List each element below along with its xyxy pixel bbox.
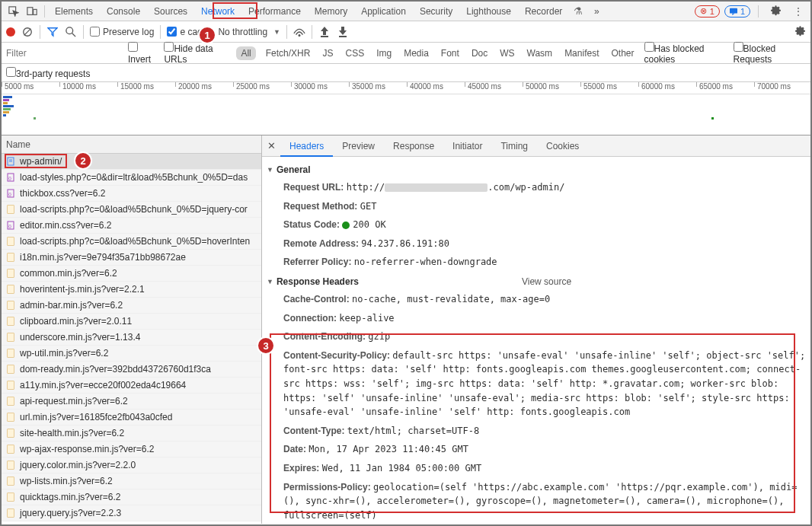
request-row[interactable]: wp-lists.min.js?ver=6.2 xyxy=(2,473,261,489)
devtools-tab-elements[interactable]: Elements xyxy=(48,2,100,21)
network-settings-gear-icon[interactable] xyxy=(794,26,806,38)
filter-type-js[interactable]: JS xyxy=(320,46,335,60)
chevron-down-icon[interactable]: ▼ xyxy=(273,28,280,36)
request-row[interactable]: clipboard.min.js?ver=2.0.11 xyxy=(2,314,261,330)
network-conditions-icon[interactable] xyxy=(293,26,305,38)
request-row[interactable]: jquery.query.js?ver=2.2.3 xyxy=(2,505,261,521)
devtools-tab-network[interactable]: Network xyxy=(194,2,241,21)
search-icon[interactable] xyxy=(65,26,77,38)
message-count-pill[interactable]: 1 xyxy=(724,5,750,18)
request-name: dom-ready.min.js?ver=392bdd43726760d1f3c… xyxy=(20,364,211,375)
third-party-label: 3rd-party requests xyxy=(16,69,90,79)
devtools-tab-sources[interactable]: Sources xyxy=(147,2,194,21)
experiment-icon: ⚗ xyxy=(569,5,587,17)
request-row[interactable]: {}thickbox.css?ver=6.2 xyxy=(2,186,261,202)
filter-type-img[interactable]: Img xyxy=(374,46,394,60)
detail-tab-timing[interactable]: Timing xyxy=(491,135,537,157)
file-type-icon xyxy=(6,301,15,310)
filter-type-ws[interactable]: WS xyxy=(497,46,516,60)
request-name: i18n.min.js?ver=9e794f35a71bb98672ae xyxy=(20,252,186,263)
tab-bar-right: ⊗ 1 1 ⋮ xyxy=(695,2,807,21)
response-headers-section[interactable]: ▼Response HeadersView source xyxy=(267,272,810,290)
name-column-header[interactable]: Name xyxy=(2,135,261,154)
filter-type-all[interactable]: All xyxy=(236,46,255,60)
general-section[interactable]: ▼General xyxy=(267,160,810,178)
request-row[interactable]: {}load-styles.php?c=0&dir=ltr&load%5Bchu… xyxy=(2,170,261,186)
file-type-icon xyxy=(6,333,15,342)
request-row[interactable]: wp-ajax-response.min.js?ver=6.2 xyxy=(2,442,261,457)
devtools-tab-security[interactable]: Security xyxy=(413,2,459,21)
detail-tab-headers[interactable]: Headers xyxy=(280,135,333,157)
request-row[interactable]: site-health.min.js?ver=6.2 xyxy=(2,426,261,442)
has-blocked-cookies-checkbox[interactable]: Has blocked cookies xyxy=(644,42,726,65)
request-row[interactable]: i18n.min.js?ver=9e794f35a71bb98672ae xyxy=(2,250,261,266)
devtools-tab-memory[interactable]: Memory xyxy=(308,2,354,21)
devtools-tab-lighthouse[interactable]: Lighthouse xyxy=(459,2,518,21)
request-row[interactable]: url.min.js?ver=16185fce2fb043a0cfed xyxy=(2,410,261,426)
request-row[interactable]: {}editor.min.css?ver=6.2 xyxy=(2,218,261,234)
filter-type-font[interactable]: Font xyxy=(439,46,462,60)
request-name: load-scripts.php?c=0&load%5Bchunk_0%5D=h… xyxy=(20,236,250,247)
filter-icon[interactable] xyxy=(46,26,59,38)
clear-icon[interactable] xyxy=(21,26,34,38)
detail-tab-cookies[interactable]: Cookies xyxy=(537,135,588,157)
preserve-log-checkbox[interactable]: Preserve log xyxy=(90,27,154,37)
filter-type-fetch-xhr[interactable]: Fetch/XHR xyxy=(264,46,313,60)
invert-checkbox[interactable]: Invert xyxy=(128,42,156,65)
request-list[interactable]: wp-admin/{}load-styles.php?c=0&dir=ltr&l… xyxy=(2,154,261,524)
request-row[interactable]: underscore.min.js?ver=1.13.4 xyxy=(2,330,261,346)
close-panel-icon[interactable]: ✕ xyxy=(262,140,280,151)
file-type-icon xyxy=(6,445,15,454)
devtools-tab-console[interactable]: Console xyxy=(100,2,147,21)
status-code-row: Status Code: 200 OK xyxy=(267,215,810,234)
filter-type-manifest[interactable]: Manifest xyxy=(562,46,601,60)
filter-type-css[interactable]: CSS xyxy=(343,46,366,60)
filter-input[interactable] xyxy=(6,48,120,59)
settings-gear-icon[interactable] xyxy=(766,2,785,21)
detail-tab-preview[interactable]: Preview xyxy=(333,135,384,157)
filter-type-wasm[interactable]: Wasm xyxy=(525,46,555,60)
request-row[interactable]: wp-admin/ xyxy=(2,154,261,170)
download-har-icon[interactable] xyxy=(337,26,349,38)
file-type-icon xyxy=(6,237,15,246)
request-row[interactable]: wp-util.min.js?ver=6.2 xyxy=(2,346,261,362)
upload-har-icon[interactable] xyxy=(318,26,331,38)
headers-body[interactable]: ▼General Request URL: http://.com/wp-adm… xyxy=(262,157,810,524)
view-source-link[interactable]: View source xyxy=(522,276,571,287)
detail-tab-response[interactable]: Response xyxy=(384,135,443,157)
devtools-tab-performance[interactable]: Performance xyxy=(241,2,308,21)
error-count-pill[interactable]: ⊗ 1 xyxy=(695,5,720,18)
svg-rect-41 xyxy=(8,381,14,389)
filter-type-media[interactable]: Media xyxy=(401,46,431,60)
detail-tab-initiator[interactable]: Initiator xyxy=(443,135,491,157)
record-button[interactable] xyxy=(6,27,15,37)
throttling-select[interactable]: No throttling xyxy=(218,27,267,37)
hide-data-urls-checkbox[interactable]: Hide data URLs xyxy=(164,42,229,65)
waterfall-overview[interactable]: 5000 ms10000 ms15000 ms20000 ms25000 ms3… xyxy=(2,82,810,135)
request-row[interactable]: admin-bar.min.js?ver=6.2 xyxy=(2,298,261,314)
request-row[interactable]: a11y.min.js?ver=ecce20f002eda4c19664 xyxy=(2,378,261,394)
filter-type-other[interactable]: Other xyxy=(609,46,636,60)
file-type-icon xyxy=(6,461,15,470)
devtools-tab-recorder[interactable]: Recorder xyxy=(518,2,569,21)
timeline-bars xyxy=(3,96,810,133)
detail-tabs: ✕ HeadersPreviewResponseInitiatorTimingC… xyxy=(262,135,810,157)
request-row[interactable]: common.min.js?ver=6.2 xyxy=(2,266,261,282)
request-row[interactable]: quicktags.min.js?ver=6.2 xyxy=(2,489,261,505)
kebab-menu-icon[interactable]: ⋮ xyxy=(789,2,807,21)
request-row[interactable]: hoverintent-js.min.js?ver=2.2.1 xyxy=(2,282,261,298)
device-toggle-icon[interactable] xyxy=(23,2,41,21)
blocked-requests-checkbox[interactable]: Blocked Requests xyxy=(734,42,806,65)
request-row[interactable]: load-scripts.php?c=0&load%5Bchunk_0%5D=j… xyxy=(2,202,261,218)
third-party-checkbox[interactable]: 3rd-party requests xyxy=(6,67,90,79)
more-tabs-icon[interactable]: » xyxy=(587,2,606,21)
request-row[interactable]: api-request.min.js?ver=6.2 xyxy=(2,394,261,410)
separator xyxy=(758,5,759,18)
request-row[interactable]: dom-ready.min.js?ver=392bdd43726760d1f3c… xyxy=(2,362,261,378)
devtools-tab-application[interactable]: Application xyxy=(354,2,413,21)
inspect-icon[interactable] xyxy=(5,2,23,21)
svg-rect-25 xyxy=(8,253,14,261)
request-row[interactable]: jquery.color.min.js?ver=2.2.0 xyxy=(2,457,261,473)
filter-type-doc[interactable]: Doc xyxy=(469,46,490,60)
request-row[interactable]: load-scripts.php?c=0&load%5Bchunk_0%5D=h… xyxy=(2,234,261,250)
